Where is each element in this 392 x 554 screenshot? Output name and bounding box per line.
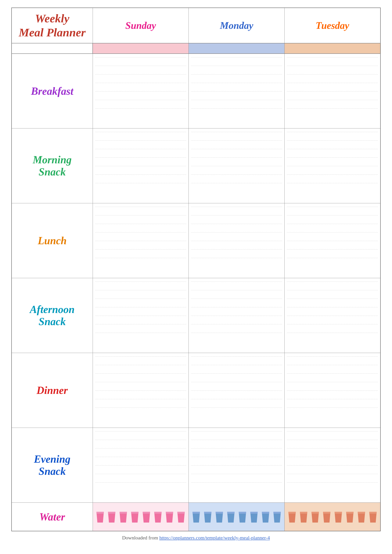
dinner-sunday-cell[interactable]: [93, 353, 189, 428]
svg-rect-13: [250, 512, 258, 514]
breakfast-sunday-cell[interactable]: [93, 54, 189, 128]
water-monday-cups: [190, 510, 283, 524]
footer: Downloaded from https://onplanners.com/t…: [11, 535, 381, 541]
afternoon-snack-label-cell: AfternoonSnack: [12, 278, 93, 353]
evening-snack-tuesday-cell[interactable]: [285, 428, 380, 503]
color-bar-monday: [189, 43, 285, 54]
breakfast-row: Breakfast: [12, 54, 380, 128]
svg-rect-16: [288, 512, 296, 514]
afternoon-snack-tuesday-cell[interactable]: [285, 278, 380, 353]
water-tuesday-cell[interactable]: [285, 503, 380, 531]
evening-snack-row: EveningSnack: [12, 428, 380, 503]
afternoon-snack-row: AfternoonSnack: [12, 278, 380, 353]
svg-rect-6: [166, 512, 173, 514]
lunch-tuesday-cell[interactable]: [285, 203, 380, 278]
svg-rect-9: [204, 512, 211, 514]
water-monday-cell[interactable]: [189, 503, 285, 531]
svg-rect-21: [346, 512, 354, 514]
color-bar-label: [12, 43, 93, 54]
lunch-row: Lunch: [12, 203, 380, 278]
water-tuesday-cups: [286, 510, 379, 524]
cup-svg: [95, 510, 105, 524]
water-label: Water: [39, 511, 65, 523]
svg-rect-4: [143, 512, 150, 514]
morning-snack-label: MorningSnack: [33, 154, 72, 178]
dinner-row: Dinner: [12, 353, 380, 428]
planner-title: Weekly Meal Planner: [14, 11, 91, 40]
sunday-header: Sunday: [93, 8, 189, 43]
svg-rect-8: [192, 512, 200, 514]
lunch-monday-cell[interactable]: [189, 203, 285, 278]
planner-wrapper: Weekly Meal Planner Sunday Monday Tuesda…: [11, 7, 381, 541]
svg-rect-10: [216, 512, 223, 514]
breakfast-label-cell: Breakfast: [12, 54, 93, 128]
svg-rect-18: [311, 512, 319, 514]
afternoon-snack-sunday-cell[interactable]: [93, 278, 189, 353]
color-bar-tuesday: [285, 43, 380, 54]
svg-rect-19: [323, 512, 330, 514]
planner-table: Weekly Meal Planner Sunday Monday Tuesda…: [11, 7, 381, 531]
morning-snack-tuesday-cell[interactable]: [285, 128, 380, 203]
svg-rect-23: [369, 512, 377, 514]
footer-link[interactable]: https://onplanners.com/template/weekly-m…: [159, 535, 270, 540]
dinner-label: Dinner: [36, 385, 68, 396]
svg-rect-0: [97, 512, 104, 514]
evening-snack-label: EveningSnack: [34, 453, 70, 477]
svg-rect-17: [300, 512, 307, 514]
morning-snack-row: MorningSnack: [12, 128, 380, 203]
evening-snack-sunday-cell[interactable]: [93, 428, 189, 503]
morning-snack-monday-cell[interactable]: [189, 128, 285, 203]
svg-rect-11: [227, 512, 235, 514]
breakfast-tuesday-cell[interactable]: [285, 54, 380, 128]
afternoon-snack-monday-cell[interactable]: [189, 278, 285, 353]
water-row: Water: [12, 503, 380, 531]
dinner-monday-cell[interactable]: [189, 353, 285, 428]
dinner-tuesday-cell[interactable]: [285, 353, 380, 428]
lunch-label: Lunch: [38, 235, 67, 246]
header-row: Weekly Meal Planner Sunday Monday Tuesda…: [12, 8, 380, 43]
afternoon-snack-label: AfternoonSnack: [30, 303, 75, 327]
svg-rect-7: [177, 512, 185, 514]
color-bar-sunday: [93, 43, 189, 54]
lunch-sunday-cell[interactable]: [93, 203, 189, 278]
evening-snack-monday-cell[interactable]: [189, 428, 285, 503]
morning-snack-sunday-cell[interactable]: [93, 128, 189, 203]
lunch-label-cell: Lunch: [12, 203, 93, 278]
water-sunday-cups: [94, 510, 187, 524]
svg-rect-15: [273, 512, 281, 514]
svg-rect-22: [358, 512, 365, 514]
breakfast-label: Breakfast: [31, 85, 73, 97]
svg-rect-14: [262, 512, 269, 514]
tuesday-header: Tuesday: [285, 8, 380, 43]
svg-rect-2: [119, 512, 127, 514]
breakfast-monday-cell[interactable]: [189, 54, 285, 128]
morning-snack-label-cell: MorningSnack: [12, 128, 93, 203]
svg-rect-12: [239, 512, 246, 514]
evening-snack-label-cell: EveningSnack: [12, 428, 93, 503]
dinner-label-cell: Dinner: [12, 353, 93, 428]
svg-rect-3: [131, 512, 139, 514]
water-sunday-cell[interactable]: [93, 503, 189, 531]
breakfast-sunday-lines: [94, 56, 187, 126]
monday-header: Monday: [189, 8, 285, 43]
water-label-cell: Water: [12, 503, 93, 531]
svg-rect-1: [108, 512, 115, 514]
svg-rect-5: [154, 512, 162, 514]
title-cell: Weekly Meal Planner: [12, 8, 93, 43]
svg-rect-20: [335, 512, 342, 514]
color-bar-row: [12, 43, 380, 54]
